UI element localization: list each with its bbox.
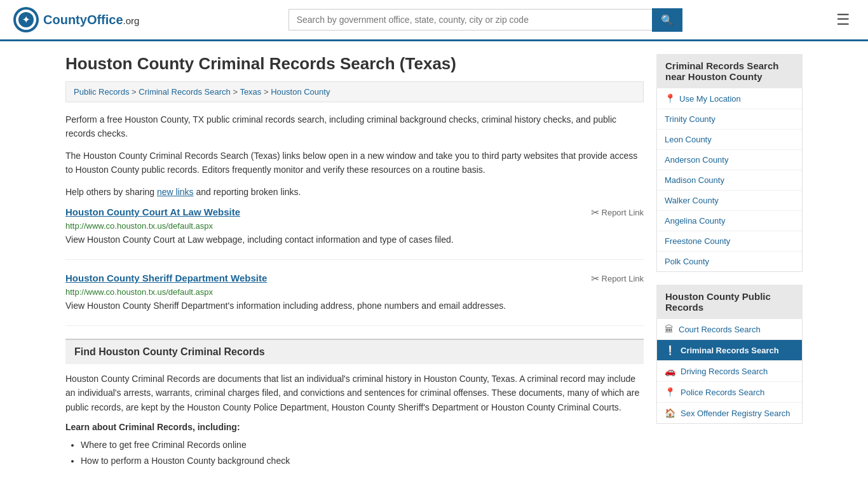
nearby-county-2[interactable]: Anderson County	[657, 150, 802, 170]
nearby-county-4[interactable]: Walker County	[657, 191, 802, 211]
record-url-1[interactable]: http://www.co.houston.tx.us/default.aspx	[65, 287, 644, 297]
bullet-list: Where to get free Criminal Records onlin…	[81, 437, 644, 469]
breadcrumb: Public Records > Criminal Records Search…	[65, 81, 644, 102]
logo-area: ✦ CountyOffice.org	[13, 6, 139, 33]
record-item-0: Houston County Court At Law Website ✂ Re…	[65, 207, 644, 260]
use-location-link[interactable]: Use My Location	[679, 94, 741, 104]
nearby-county-1[interactable]: Leon County	[657, 130, 802, 150]
header: ✦ CountyOffice.org 🔍 ☰	[0, 0, 868, 41]
report-link-1[interactable]: ✂ Report Link	[591, 273, 644, 285]
search-area: 🔍	[288, 8, 682, 32]
search-button[interactable]: 🔍	[652, 8, 682, 32]
page-title: Houston County Criminal Records Search (…	[65, 54, 644, 74]
logo-icon: ✦	[13, 6, 39, 33]
section-body: Houston County Criminal Records are docu…	[65, 372, 644, 414]
public-records-section-title: Houston County Public Records	[656, 285, 803, 319]
main-container: Houston County Criminal Records Search (…	[53, 41, 815, 482]
menu-button[interactable]: ☰	[831, 8, 855, 31]
nearby-county-5[interactable]: Angelina County	[657, 211, 802, 231]
police-icon: 📍	[665, 387, 675, 397]
nearby-county-3[interactable]: Madison County	[657, 170, 802, 191]
svg-text:✦: ✦	[22, 15, 30, 25]
use-location-item[interactable]: 📍 Use My Location	[657, 88, 802, 109]
nearby-section-title: Criminal Records Search near Houston Cou…	[656, 54, 803, 88]
nearby-county-6[interactable]: Freestone County	[657, 231, 802, 252]
criminal-icon: ❕	[665, 345, 675, 355]
record-desc-0: View Houston County Court at Law webpage…	[65, 233, 644, 247]
desc-text-2: The Houston County Criminal Records Sear…	[65, 149, 644, 177]
desc-text-1: Perform a free Houston County, TX public…	[65, 112, 644, 141]
content: Houston County Criminal Records Search (…	[65, 54, 644, 470]
record-item-1: Houston County Sheriff Department Websit…	[65, 273, 644, 326]
record-url-0[interactable]: http://www.co.houston.tx.us/default.aspx	[65, 221, 644, 231]
breadcrumb-criminal-records[interactable]: Criminal Records Search	[139, 87, 231, 97]
record-title-0[interactable]: Houston County Court At Law Website	[65, 207, 240, 217]
public-records-link-0[interactable]: 🏛 Court Records Search	[657, 319, 802, 340]
driving-icon: 🚗	[665, 366, 675, 376]
record-title-1[interactable]: Houston County Sheriff Department Websit…	[65, 273, 267, 283]
breadcrumb-public-records[interactable]: Public Records	[74, 87, 129, 97]
record-desc-1: View Houston County Sheriff Department's…	[65, 299, 644, 313]
sidebar: Criminal Records Search near Houston Cou…	[656, 54, 803, 470]
breadcrumb-texas[interactable]: Texas	[240, 87, 261, 97]
public-records-link-1[interactable]: ❕ Criminal Records Search	[657, 340, 802, 361]
section-heading: Find Houston County Criminal Records	[65, 339, 644, 364]
public-records-list: 🏛 Court Records Search ❕ Criminal Record…	[656, 319, 803, 424]
new-links-link[interactable]: new links	[157, 187, 194, 197]
search-input[interactable]	[288, 9, 652, 30]
public-records-link-4[interactable]: 🏠 Sex Offender Registry Search	[657, 403, 802, 423]
nearby-county-7[interactable]: Polk County	[657, 252, 802, 271]
bullet-item-0: Where to get free Criminal Records onlin…	[81, 437, 644, 453]
nearby-county-0[interactable]: Trinity County	[657, 109, 802, 130]
breadcrumb-houston-county[interactable]: Houston County	[271, 87, 330, 97]
learn-heading: Learn about Criminal Records, including:	[65, 422, 644, 432]
desc-text-3: Help others by sharing new links and rep…	[65, 185, 644, 199]
court-icon: 🏛	[665, 324, 674, 334]
public-records-link-3[interactable]: 📍 Police Records Search	[657, 382, 802, 403]
sex-offender-icon: 🏠	[665, 408, 675, 418]
public-records-link-2[interactable]: 🚗 Driving Records Search	[657, 361, 802, 382]
nearby-list: 📍 Use My Location Trinity County Leon Co…	[656, 88, 803, 272]
logo-text: CountyOffice.org	[43, 13, 139, 27]
bullet-item-1: How to perform a Houston County backgrou…	[81, 453, 644, 469]
report-link-0[interactable]: ✂ Report Link	[591, 207, 644, 219]
